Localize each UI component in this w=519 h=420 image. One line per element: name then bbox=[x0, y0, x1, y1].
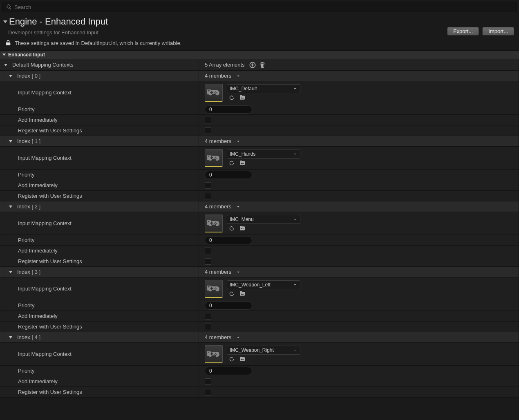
chevron-down-icon[interactable] bbox=[235, 335, 241, 340]
register-user-settings-checkbox[interactable] bbox=[205, 193, 211, 199]
asset-thumbnail[interactable] bbox=[205, 280, 223, 298]
members-count: 4 members bbox=[205, 334, 231, 340]
register-user-settings-checkbox[interactable] bbox=[205, 389, 211, 395]
chevron-down-icon bbox=[293, 282, 298, 287]
browse-icon[interactable] bbox=[239, 225, 246, 232]
priority-input[interactable] bbox=[205, 105, 252, 114]
add-immediately-checkbox[interactable] bbox=[205, 378, 211, 385]
property-label: Register with User Settings bbox=[18, 127, 82, 134]
priority-input[interactable] bbox=[205, 171, 252, 179]
index-label: Index [ 3 ] bbox=[17, 269, 40, 275]
import-button[interactable]: Import... bbox=[482, 27, 514, 36]
add-immediately-checkbox[interactable] bbox=[205, 313, 211, 319]
chevron-down-icon[interactable] bbox=[9, 140, 12, 143]
clear-array-icon[interactable] bbox=[259, 61, 266, 69]
chevron-down-icon[interactable] bbox=[235, 73, 241, 79]
add-element-icon[interactable] bbox=[249, 61, 256, 69]
chevron-down-icon bbox=[293, 217, 298, 222]
register-user-settings-checkbox[interactable] bbox=[205, 258, 211, 265]
array-count: 5 Array elements bbox=[205, 62, 245, 68]
property-label: Input Mapping Context bbox=[18, 89, 72, 96]
register-user-settings-checkbox[interactable] bbox=[205, 324, 211, 330]
page-subtitle: Developer settings for Enhanced Input bbox=[8, 29, 513, 36]
members-count: 4 members bbox=[205, 138, 231, 144]
asset-thumbnail[interactable] bbox=[205, 345, 223, 363]
chevron-down-icon bbox=[293, 152, 298, 156]
members-count: 4 members bbox=[205, 73, 231, 79]
use-selected-icon[interactable] bbox=[228, 290, 235, 297]
gamepad-icon bbox=[208, 282, 220, 295]
writable-text: These settings are saved in DefaultInput… bbox=[15, 40, 181, 46]
property-label: Priority bbox=[18, 237, 34, 243]
asset-dropdown[interactable]: IMC_Weapon_Right bbox=[227, 346, 300, 355]
asset-dropdown[interactable]: IMC_Menu bbox=[227, 215, 300, 224]
chevron-down-icon[interactable] bbox=[9, 75, 12, 77]
use-selected-icon[interactable] bbox=[228, 94, 235, 101]
export-button[interactable]: Export... bbox=[447, 27, 479, 36]
property-label: Priority bbox=[18, 368, 34, 374]
add-immediately-checkbox[interactable] bbox=[205, 182, 211, 189]
asset-name: IMC_Hands bbox=[230, 151, 255, 157]
property-label: Add Immediately bbox=[18, 378, 58, 384]
property-label: Register with User Settings bbox=[18, 389, 82, 395]
search-bar[interactable] bbox=[2, 2, 517, 12]
index-label: Index [ 0 ] bbox=[17, 73, 40, 79]
chevron-down-icon[interactable] bbox=[235, 269, 241, 275]
asset-name: IMC_Default bbox=[230, 86, 257, 92]
browse-icon[interactable] bbox=[239, 94, 246, 101]
property-label: Priority bbox=[18, 302, 34, 308]
index-label: Index [ 1 ] bbox=[17, 138, 40, 144]
asset-dropdown[interactable]: IMC_Default bbox=[227, 84, 300, 93]
use-selected-icon[interactable] bbox=[228, 356, 235, 362]
chevron-down-icon bbox=[293, 348, 298, 353]
chevron-down-icon[interactable] bbox=[235, 139, 241, 144]
page-title: Engine - Enhanced Input bbox=[9, 16, 108, 27]
priority-input[interactable] bbox=[205, 367, 252, 375]
search-icon bbox=[6, 4, 12, 10]
asset-name: IMC_Menu bbox=[230, 217, 254, 222]
asset-name: IMC_Weapon_Right bbox=[230, 347, 274, 353]
priority-input[interactable] bbox=[205, 302, 252, 310]
property-label: Add Immediately bbox=[18, 313, 58, 319]
priority-input[interactable] bbox=[205, 236, 252, 244]
members-count: 4 members bbox=[205, 269, 231, 275]
property-label: Register with User Settings bbox=[18, 193, 82, 199]
collapse-section-icon[interactable] bbox=[3, 20, 7, 23]
chevron-down-icon[interactable] bbox=[4, 64, 7, 66]
chevron-down-icon[interactable] bbox=[235, 204, 241, 210]
property-label: Input Mapping Context bbox=[18, 286, 72, 292]
use-selected-icon[interactable] bbox=[228, 225, 235, 232]
asset-thumbnail[interactable] bbox=[205, 84, 223, 102]
index-label: Index [ 2 ] bbox=[17, 203, 40, 210]
property-label: Register with User Settings bbox=[18, 324, 82, 330]
add-immediately-checkbox[interactable] bbox=[205, 248, 211, 254]
unlock-icon bbox=[5, 40, 11, 46]
browse-icon[interactable] bbox=[239, 356, 246, 362]
chevron-down-icon[interactable] bbox=[9, 336, 12, 339]
property-label: Add Immediately bbox=[18, 182, 58, 188]
chevron-down-icon bbox=[2, 54, 6, 56]
browse-icon[interactable] bbox=[239, 160, 246, 166]
search-input[interactable] bbox=[14, 4, 513, 10]
property-label: Add Immediately bbox=[18, 248, 58, 254]
chevron-down-icon[interactable] bbox=[9, 271, 12, 273]
section-header[interactable]: Enhanced Input bbox=[0, 50, 519, 59]
chevron-down-icon[interactable] bbox=[9, 206, 12, 208]
array-label: Default Mapping Contexts bbox=[12, 62, 74, 68]
section-title: Enhanced Input bbox=[8, 52, 45, 58]
register-user-settings-checkbox[interactable] bbox=[205, 127, 211, 134]
property-label: Input Mapping Context bbox=[18, 351, 72, 357]
add-immediately-checkbox[interactable] bbox=[205, 117, 211, 123]
asset-thumbnail[interactable] bbox=[205, 149, 223, 167]
asset-thumbnail[interactable] bbox=[205, 214, 223, 232]
browse-icon[interactable] bbox=[239, 290, 246, 297]
asset-dropdown[interactable]: IMC_Hands bbox=[227, 150, 300, 159]
property-label: Add Immediately bbox=[18, 117, 58, 123]
property-label: Input Mapping Context bbox=[18, 220, 72, 226]
gamepad-icon bbox=[208, 217, 220, 229]
property-label: Input Mapping Context bbox=[18, 155, 72, 161]
asset-dropdown[interactable]: IMC_Weapon_Left bbox=[227, 280, 300, 289]
use-selected-icon[interactable] bbox=[228, 160, 235, 166]
chevron-down-icon bbox=[293, 86, 298, 91]
gamepad-icon bbox=[208, 86, 220, 98]
